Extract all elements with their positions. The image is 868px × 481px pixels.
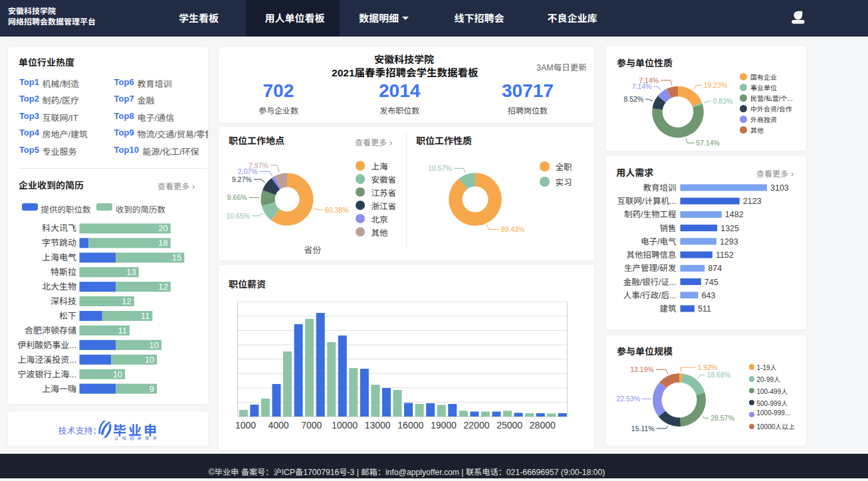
svg-text:7.97%: 7.97% xyxy=(249,161,269,169)
svg-text:18.68%: 18.68% xyxy=(707,371,731,379)
svg-text:511: 511 xyxy=(698,304,711,314)
svg-text:互联网/计算机...: 互联网/计算机... xyxy=(617,197,677,206)
svg-text:22.53%: 22.53% xyxy=(616,395,640,403)
svg-text:1293: 1293 xyxy=(720,237,738,246)
svg-text:电子/电气: 电子/电气 xyxy=(641,237,677,246)
svg-text:15: 15 xyxy=(172,252,181,262)
svg-text:13000: 13000 xyxy=(365,420,391,431)
svg-text:10: 10 xyxy=(113,369,122,379)
svg-text:字节跳动: 字节跳动 xyxy=(42,238,76,248)
svg-text:建筑: 建筑 xyxy=(659,304,677,314)
svg-text:9: 9 xyxy=(150,384,154,394)
svg-text:1152: 1152 xyxy=(716,250,734,260)
svg-text:7000: 7000 xyxy=(301,420,322,431)
svg-text:745: 745 xyxy=(705,278,718,287)
svg-text:北大生物: 北大生物 xyxy=(42,282,76,292)
svg-text:2123: 2123 xyxy=(743,197,762,206)
svg-text:89.43%: 89.43% xyxy=(501,225,525,233)
svg-text:伊利酸奶事业...: 伊利酸奶事业... xyxy=(17,340,76,350)
svg-text:57.14%: 57.14% xyxy=(696,139,720,147)
svg-text:金融/银行/证...: 金融/银行/证... xyxy=(623,278,677,287)
svg-text:7.14%: 7.14% xyxy=(639,76,659,84)
svg-text:上海电气: 上海电气 xyxy=(42,252,76,262)
svg-text:1482: 1482 xyxy=(725,210,744,219)
svg-text:11: 11 xyxy=(118,326,128,336)
svg-text:22000: 22000 xyxy=(464,420,490,431)
svg-text:28000: 28000 xyxy=(530,420,556,431)
svg-text:销售: 销售 xyxy=(659,224,676,233)
svg-text:合肥沛顿存储: 合肥沛顿存储 xyxy=(25,326,76,336)
svg-text:松下: 松下 xyxy=(59,311,76,321)
svg-text:制药/生物工程: 制药/生物工程 xyxy=(624,210,677,219)
svg-text:10000: 10000 xyxy=(332,420,358,431)
svg-text:20: 20 xyxy=(158,223,167,233)
svg-text:9.66%: 9.66% xyxy=(227,193,247,201)
svg-text:874: 874 xyxy=(708,264,722,273)
svg-text:11: 11 xyxy=(141,311,150,321)
svg-text:上海一嗨: 上海一嗨 xyxy=(42,384,76,394)
svg-text:10: 10 xyxy=(145,355,154,365)
svg-text:1325: 1325 xyxy=(720,224,739,233)
svg-text:13: 13 xyxy=(126,267,136,277)
svg-text:上海泾溪投资...: 上海泾溪投资... xyxy=(17,355,76,365)
svg-text:10.65%: 10.65% xyxy=(226,212,250,220)
svg-text:教育培训: 教育培训 xyxy=(643,183,676,193)
svg-text:宁波银行上海...: 宁波银行上海... xyxy=(17,369,76,379)
svg-text:12: 12 xyxy=(122,296,131,306)
svg-text:1000: 1000 xyxy=(235,420,256,431)
svg-text:25000: 25000 xyxy=(496,420,522,431)
svg-text:15.11%: 15.11% xyxy=(631,425,655,433)
svg-text:10: 10 xyxy=(150,340,159,350)
svg-text:深科技: 深科技 xyxy=(51,296,76,306)
svg-text:16000: 16000 xyxy=(397,420,423,431)
svg-text:特斯拉: 特斯拉 xyxy=(51,267,76,277)
svg-text:18: 18 xyxy=(158,238,167,248)
svg-text:643: 643 xyxy=(702,291,716,300)
svg-text:60.38%: 60.38% xyxy=(325,206,349,214)
svg-text:科大讯飞: 科大讯飞 xyxy=(42,223,76,233)
svg-text:13.19%: 13.19% xyxy=(630,365,654,373)
svg-text:8.52%: 8.52% xyxy=(623,95,643,103)
svg-text:生产管理/研发: 生产管理/研发 xyxy=(624,264,677,273)
svg-text:其他招聘信息: 其他招聘信息 xyxy=(626,250,676,260)
svg-text:28.57%: 28.57% xyxy=(710,414,734,422)
svg-text:3103: 3103 xyxy=(770,183,789,193)
svg-text:4000: 4000 xyxy=(269,420,289,431)
svg-text:0.83%: 0.83% xyxy=(713,97,733,105)
svg-text:10.57%: 10.57% xyxy=(428,164,452,172)
svg-text:12: 12 xyxy=(158,282,167,292)
svg-text:9.27%: 9.27% xyxy=(232,175,252,183)
svg-text:19000: 19000 xyxy=(431,420,457,431)
svg-text:人事/行政/后...: 人事/行政/后... xyxy=(623,291,677,300)
svg-text:19.23%: 19.23% xyxy=(704,81,728,89)
